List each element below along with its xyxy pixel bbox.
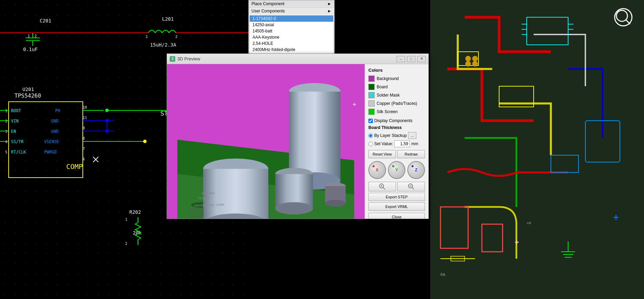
y-axis-button[interactable]: Y	[388, 161, 406, 179]
component-item-1[interactable]: 14250-axial	[250, 22, 333, 28]
svg-text:1: 1	[125, 218, 127, 221]
display-components-row[interactable]: Display Components	[368, 118, 425, 123]
preview-icon: 3	[170, 56, 175, 62]
z-dot	[412, 165, 414, 167]
silk-color-label: Silk Screen	[377, 109, 398, 114]
x-axis-button[interactable]: X	[368, 161, 386, 179]
x-dot	[373, 165, 375, 167]
svg-point-77	[472, 61, 478, 67]
export-step-button[interactable]: Export STEP	[368, 193, 425, 201]
color-row-background[interactable]: Background	[368, 76, 425, 82]
color-row-copper[interactable]: Copper (Pads/Traces)	[368, 100, 425, 107]
small-cyl-bottom	[325, 200, 346, 207]
svg-text:7: 7	[83, 147, 85, 151]
svg-text:8: 8	[83, 137, 85, 140]
svg-text:5: 5	[5, 150, 7, 154]
component-list[interactable]: 1-1734592-0 14250-axial 14505-batt AAA-K…	[249, 15, 334, 59]
u201-ref: U201	[22, 87, 34, 92]
copper-color-label: Copper (Pads/Traces)	[377, 101, 417, 106]
svg-text:RA: RA	[440, 273, 445, 277]
l201-value: 15uH/2.3A	[150, 42, 176, 48]
place-component-panel[interactable]: Place Component ► User Components ► 1-17…	[248, 0, 335, 60]
svg-text:+: +	[613, 211, 619, 223]
zoom-in-button[interactable]	[368, 182, 396, 191]
component-item-3[interactable]: AAA-Keystone	[250, 34, 333, 40]
window-close-button[interactable]: ✕	[417, 56, 426, 62]
svg-text:GND: GND	[51, 119, 59, 123]
color-row-solder-mask[interactable]: Solder Mask	[368, 92, 425, 98]
color-row-board[interactable]: Board	[368, 84, 425, 90]
display-components-label: Display Components	[374, 118, 413, 123]
board-color-label: Board	[377, 84, 388, 89]
component-item-5[interactable]: 2400MHz-folded-dipole	[250, 47, 333, 53]
user-components-submenu[interactable]: User Components ►	[249, 7, 334, 14]
svg-text:+: +	[515, 238, 519, 247]
svg-line-70	[412, 188, 414, 189]
svg-point-76	[465, 61, 471, 67]
pc-arrow-icon: ►	[327, 1, 331, 6]
board-thickness-title: Board Thickness	[368, 125, 425, 130]
svg-text:EN: EN	[11, 129, 16, 134]
set-value-label: Set Value:	[374, 141, 393, 146]
component-item-0[interactable]: 1-1734592-0	[250, 16, 333, 22]
3d-viewport[interactable]: БОЛЬШАЯ ТРОЙКА MUSOROMETR00_SIM80 +	[167, 64, 365, 219]
settings-panel: Colors Background Board Solder Mask Copp…	[365, 64, 428, 219]
maximize-button[interactable]: □	[407, 56, 415, 62]
redraw-button[interactable]: Redraw	[397, 150, 425, 158]
svg-text:БОЛЬШАЯ: БОЛЬШАЯ	[201, 191, 215, 195]
svg-text:PH: PH	[55, 108, 60, 113]
3d-scene-svg: БОЛЬШАЯ ТРОЙКА MUSOROMETR00_SIM80 +	[167, 64, 365, 219]
svg-text:2: 2	[34, 34, 37, 38]
zoom-out-button[interactable]	[397, 182, 425, 191]
svg-text:VSENSE: VSENSE	[44, 139, 59, 144]
display-components-checkbox[interactable]	[368, 119, 373, 123]
cyl-top-body	[289, 92, 340, 181]
l201-ref: L201	[162, 16, 174, 22]
preview-content: БОЛЬШАЯ ТРОЙКА MUSOROMETR00_SIM80 + Colo…	[167, 64, 428, 219]
solder-mask-color-swatch[interactable]	[368, 92, 375, 98]
export-vrml-button[interactable]: Export VRML	[368, 202, 425, 211]
svg-point-75	[472, 56, 478, 61]
close-button[interactable]: Close	[368, 213, 425, 219]
component-item-2[interactable]: 14505-batt	[250, 28, 333, 34]
pcb-right-area: + + RA АЯ	[430, 0, 644, 299]
c201-ref: C201	[40, 18, 51, 23]
set-value-radio[interactable]	[368, 142, 373, 146]
minimize-button[interactable]: –	[397, 56, 405, 62]
by-layer-stackup-radio[interactable]	[368, 133, 373, 138]
preview-titlebar: 3 3D Preview – □ ✕	[167, 54, 428, 64]
background-color-swatch[interactable]	[368, 76, 375, 82]
submenu-arrow-icon: ►	[327, 9, 331, 13]
thickness-value-input[interactable]	[394, 140, 410, 147]
svg-text:1: 1	[146, 34, 148, 39]
silk-color-swatch[interactable]	[368, 109, 375, 115]
solder-mask-color-label: Solder Mask	[377, 93, 400, 98]
color-row-silk[interactable]: Silk Screen	[368, 109, 425, 115]
comp-label: COMP	[66, 162, 83, 171]
place-component-title: Place Component	[251, 1, 284, 6]
c201-value: 0.1uF	[23, 47, 38, 52]
r202-ref: R202	[129, 209, 141, 215]
svg-text:1: 1	[28, 34, 30, 38]
svg-text:RT/CLK: RT/CLK	[11, 150, 26, 155]
zoom-in-icon	[379, 183, 386, 190]
pcb-svg: + + RA АЯ	[430, 0, 644, 299]
z-axis-button[interactable]: Z	[407, 161, 425, 179]
svg-point-74	[465, 56, 471, 61]
set-value-row[interactable]: Set Value: mm	[368, 140, 425, 147]
zoom-controls-row	[368, 182, 425, 191]
svg-text:3: 3	[5, 130, 7, 133]
reset-view-button[interactable]: Reset View	[368, 150, 396, 158]
stackup-options-button[interactable]: ...	[408, 132, 416, 139]
svg-text:6: 6	[83, 157, 85, 161]
by-layer-stackup-row[interactable]: By Layer Stackup ...	[368, 132, 425, 139]
board-color-swatch[interactable]	[368, 84, 375, 90]
copper-color-swatch[interactable]	[368, 100, 375, 107]
svg-text:2: 2	[125, 242, 127, 246]
component-item-4[interactable]: 2,54-HOLE	[250, 40, 333, 47]
svg-text:10: 10	[83, 106, 87, 109]
action-buttons-row: Reset View Redraw	[368, 150, 425, 158]
y-dot	[392, 165, 394, 167]
z-axis-label: Z	[415, 168, 417, 172]
svg-text:АЯ: АЯ	[527, 221, 531, 225]
